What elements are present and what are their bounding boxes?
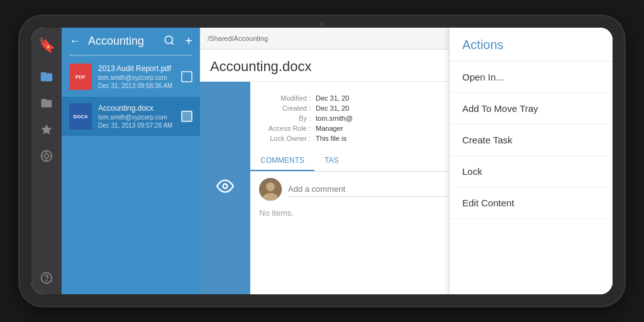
sidebar-item-starred[interactable] [35,118,58,141]
add-button[interactable]: + [185,34,192,48]
main-content: /Shared/Accounting ⋯ Accounting.docx [200,28,613,294]
device-frame: 🔖 [20,16,624,306]
actions-header: Actions [450,28,613,62]
svg-point-17 [266,182,275,191]
file-date: Dec 31, 2013 09:57:28 AM [98,122,175,129]
detail-label: Lock Owner : [265,135,316,142]
file-name: 2013 Audit Report.pdf [98,64,175,73]
detail-value: Manager [316,125,343,132]
file-owner: tom.smith@xyzcorp.com [98,114,175,121]
file-panel-header: ← Accounting + [62,28,200,55]
action-add-to-move-tray[interactable]: Add To Move Tray [450,93,613,125]
file-info: 2013 Audit Report.pdf tom.smith@xyzcorp.… [98,64,175,89]
breadcrumb-path: /Shared/Accounting [208,35,268,42]
detail-value: This file is [316,135,347,142]
pdf-icon: PDF [69,64,92,90]
docx-icon: DOCX [69,103,92,130]
action-lock[interactable]: Lock [450,156,613,187]
actions-title: Actions [462,38,600,52]
svg-point-8 [165,36,173,43]
file-list: PDF 2013 Audit Report.pdf tom.smith@xyzc… [62,56,200,136]
sidebar: 🔖 [31,28,62,294]
actions-list: Open In... Add To Move Tray Create Task … [450,62,613,294]
tab-tasks[interactable]: TAS [314,151,348,171]
file-name: Accounting.docx [98,104,175,113]
file-info: Accounting.docx tom.smith@xyzcorp.com De… [98,104,175,129]
sidebar-item-shared[interactable] [35,92,58,114]
svg-point-15 [223,184,228,189]
detail-label: Created : [265,104,316,112]
eye-icon [216,177,234,199]
file-date: Dec 31, 2013 09:58:36 AM [98,82,175,89]
detail-value: Dec 31, 20 [316,94,349,102]
tab-comments[interactable]: COMMENTS [250,151,314,171]
file-owner: tom.smith@xyzcorp.com [98,74,175,81]
sidebar-item-target[interactable] [35,145,58,167]
back-button[interactable]: ← [69,35,80,48]
detail-label: Access Role : [265,125,316,132]
sidebar-logo: 🔖 [35,34,58,57]
folder-title: Accounting [88,35,156,48]
camera [319,21,325,26]
doc-preview[interactable] [200,82,250,294]
actions-panel: Actions Open In... Add To Move Tray Crea… [449,28,613,294]
avatar [259,178,282,201]
file-checkbox[interactable] [181,71,192,82]
detail-label: By : [265,114,316,122]
action-create-task[interactable]: Create Task [450,125,613,156]
svg-point-1 [45,154,49,158]
action-edit-content[interactable]: Edit Content [450,187,613,219]
detail-value: tom.smith@ [316,114,353,122]
file-panel: ← Accounting + PDF 2013 Audit Repo [62,28,200,294]
svg-point-7 [47,280,47,281]
screen: 🔖 [31,28,613,294]
sidebar-item-help[interactable] [35,267,58,289]
svg-line-9 [172,42,174,44]
file-item[interactable]: DOCX Accounting.docx tom.smith@xyzcorp.c… [62,97,200,136]
file-item[interactable]: PDF 2013 Audit Report.pdf tom.smith@xyzc… [62,57,200,96]
action-open-in[interactable]: Open In... [450,62,613,93]
sidebar-item-folder[interactable] [35,65,58,88]
search-button[interactable] [164,35,175,48]
file-checkbox[interactable] [181,111,192,122]
detail-value: Dec 31, 20 [316,104,349,112]
detail-label: Modified : [265,94,316,102]
